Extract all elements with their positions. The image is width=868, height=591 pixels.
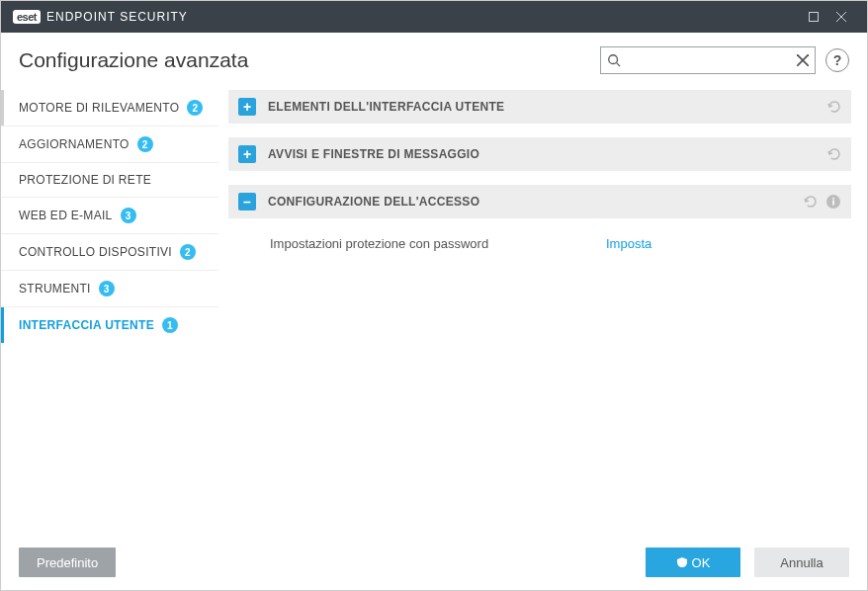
section-access-setup: – CONFIGURAZIONE DELL'ACCESSO Impostazio… <box>228 185 851 264</box>
section-title: CONFIGURAZIONE DELL'ACCESSO <box>268 195 794 209</box>
undo-icon[interactable] <box>825 146 841 162</box>
expand-icon: + <box>238 98 256 116</box>
sidebar-item-device-control[interactable]: CONTROLLO DISPOSITIVI 2 <box>1 234 218 271</box>
sidebar-badge: 3 <box>99 281 115 296</box>
clear-search-icon[interactable] <box>797 54 809 66</box>
section-title: ELEMENTI DELL'INTERFACCIA UTENTE <box>268 100 818 114</box>
sidebar-item-label: INTERFACCIA UTENTE <box>19 318 154 332</box>
sidebar-badge: 1 <box>162 317 178 333</box>
setting-action-link[interactable]: Imposta <box>606 236 651 251</box>
undo-icon[interactable] <box>802 194 818 210</box>
sidebar-item-update[interactable]: AGGIORNAMENTO 2 <box>1 127 218 163</box>
cancel-button[interactable]: Annulla <box>754 548 849 577</box>
svg-point-3 <box>609 55 618 64</box>
collapse-icon: – <box>238 193 256 211</box>
ok-button-label: OK <box>692 555 711 570</box>
sidebar-badge: 2 <box>137 136 153 152</box>
expand-icon: + <box>238 145 256 163</box>
sidebar-badge: 3 <box>121 208 136 223</box>
sidebar-item-label: PROTEZIONE DI RETE <box>19 173 151 187</box>
sidebar: MOTORE DI RILEVAMENTO 2 AGGIORNAMENTO 2 … <box>1 84 218 539</box>
sidebar-item-tools[interactable]: STRUMENTI 3 <box>1 271 218 307</box>
info-icon[interactable] <box>825 194 841 210</box>
window-close-button[interactable] <box>827 1 855 33</box>
sidebar-item-label: AGGIORNAMENTO <box>19 137 130 151</box>
sidebar-item-label: STRUMENTI <box>19 282 91 296</box>
setting-label: Impostazioni protezione con password <box>270 236 606 251</box>
svg-rect-0 <box>810 13 819 22</box>
window-maximize-button[interactable] <box>800 1 827 33</box>
sidebar-item-label: CONTROLLO DISPOSITIVI <box>19 245 172 259</box>
product-name: ENDPOINT SECURITY <box>46 10 188 24</box>
help-button[interactable]: ? <box>825 48 849 72</box>
ok-button[interactable]: OK <box>646 548 740 577</box>
sidebar-item-detection-engine[interactable]: MOTORE DI RILEVAMENTO 2 <box>1 90 218 127</box>
page-title: Configurazione avanzata <box>19 48 248 72</box>
sidebar-item-web-email[interactable]: WEB ED E-MAIL 3 <box>1 198 218 234</box>
section-title: AVVISI E FINESTRE DI MESSAGGIO <box>268 147 818 161</box>
header: Configurazione avanzata ? <box>1 33 867 84</box>
sidebar-item-label: MOTORE DI RILEVAMENTO <box>19 101 179 115</box>
sidebar-badge: 2 <box>180 244 196 260</box>
sidebar-badge: 2 <box>187 100 203 116</box>
section-header[interactable]: + AVVISI E FINESTRE DI MESSAGGIO <box>228 137 851 171</box>
titlebar: eset ENDPOINT SECURITY <box>1 1 867 33</box>
sidebar-item-user-interface[interactable]: INTERFACCIA UTENTE 1 <box>1 307 218 343</box>
undo-icon[interactable] <box>825 99 841 115</box>
section-ui-elements: + ELEMENTI DELL'INTERFACCIA UTENTE <box>228 90 851 124</box>
sidebar-item-label: WEB ED E-MAIL <box>19 209 113 222</box>
svg-line-4 <box>617 63 621 67</box>
svg-rect-8 <box>832 201 834 206</box>
search-box[interactable] <box>600 46 816 74</box>
section-header[interactable]: + ELEMENTI DELL'INTERFACCIA UTENTE <box>228 90 851 124</box>
search-icon <box>607 53 621 67</box>
sidebar-item-network-protection[interactable]: PROTEZIONE DI RETE <box>1 163 218 198</box>
svg-rect-9 <box>832 198 834 200</box>
brand-logo: eset <box>13 10 41 24</box>
setting-row-password-protection: Impostazioni protezione con password Imp… <box>270 228 851 258</box>
footer: Predefinito OK Annulla <box>1 539 867 586</box>
search-input[interactable] <box>621 53 797 68</box>
section-body: Impostazioni protezione con password Imp… <box>228 218 851 264</box>
section-alerts-messages: + AVVISI E FINESTRE DI MESSAGGIO <box>228 137 851 171</box>
section-header[interactable]: – CONFIGURAZIONE DELL'ACCESSO <box>228 185 851 218</box>
default-button[interactable]: Predefinito <box>19 548 116 577</box>
shield-icon <box>676 556 688 568</box>
main-panel: + ELEMENTI DELL'INTERFACCIA UTENTE + AVV… <box>218 84 867 539</box>
